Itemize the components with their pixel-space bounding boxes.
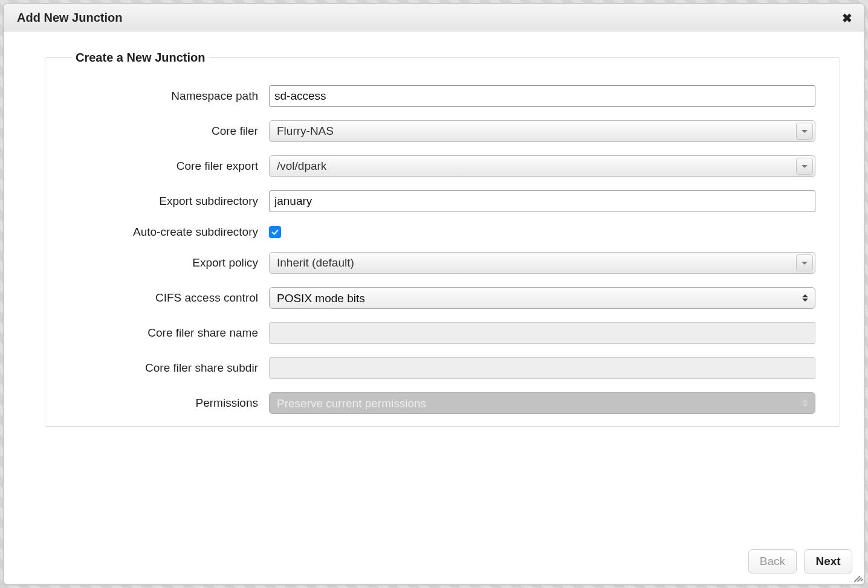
dialog-footer: Back Next [4, 543, 864, 584]
core-filer-label: Core filer [70, 124, 269, 138]
export-policy-value: Inherit (default) [277, 256, 354, 270]
next-button[interactable]: Next [804, 549, 852, 573]
core-filer-value: Flurry-NAS [277, 124, 334, 138]
export-subdir-input[interactable] [269, 190, 815, 212]
namespace-path-input[interactable] [269, 85, 815, 107]
back-button: Back [748, 549, 797, 573]
dialog-body: Create a New Junction Namespace path Cor… [4, 31, 864, 543]
create-junction-group: Create a New Junction Namespace path Cor… [45, 51, 840, 427]
export-policy-select[interactable]: Inherit (default) [269, 252, 815, 274]
group-legend: Create a New Junction [72, 51, 209, 65]
namespace-path-label: Namespace path [70, 89, 269, 103]
permissions-label: Permissions [70, 396, 269, 410]
core-filer-select[interactable]: Flurry-NAS [269, 120, 815, 142]
share-subdir-label: Core filer share subdir [70, 361, 269, 375]
core-filer-export-select[interactable]: /vol/dpark [269, 155, 815, 177]
auto-create-label: Auto-create subdirectory [70, 225, 269, 239]
share-subdir-input [269, 357, 815, 379]
export-policy-label: Export policy [70, 256, 269, 270]
chevron-down-icon [796, 123, 813, 140]
permissions-select: Preserve current permissions [269, 392, 815, 414]
auto-create-checkbox[interactable] [269, 226, 281, 238]
share-name-label: Core filer share name [70, 326, 269, 340]
share-name-input [269, 322, 815, 344]
chevron-down-icon [796, 158, 813, 175]
core-filer-export-value: /vol/dpark [277, 160, 326, 173]
core-filer-export-label: Core filer export [70, 160, 269, 173]
dialog-title: Add New Junction [17, 11, 122, 25]
cifs-access-label: CIFS access control [70, 291, 269, 305]
dialog-header: Add New Junction ✖ [4, 4, 864, 31]
close-icon[interactable]: ✖ [842, 12, 852, 24]
chevron-down-icon [796, 254, 813, 271]
cifs-access-select[interactable]: POSIX mode bits [269, 287, 815, 309]
resize-grip-icon [852, 572, 862, 582]
export-subdir-label: Export subdirectory [70, 195, 269, 208]
add-junction-dialog: Add New Junction ✖ Create a New Junction… [3, 3, 865, 585]
